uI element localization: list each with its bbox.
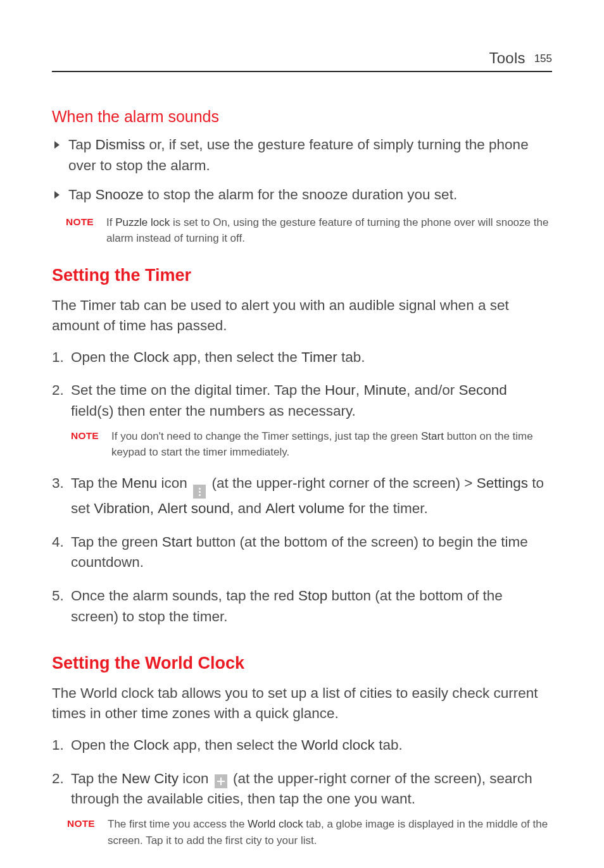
ordered-list-world-clock: Open the Clock app, then select the Worl… <box>52 735 552 848</box>
list-item: Tap the New City icon (at the upper-righ… <box>52 769 552 848</box>
note-text: If Puzzle lock is set to On, using the g… <box>106 214 552 247</box>
paragraph-world-intro: The World clock tab allows you to set up… <box>52 683 552 724</box>
list-item: Open the Clock app, then select the Time… <box>52 347 552 368</box>
heading-setting-timer: Setting the Timer <box>52 266 552 285</box>
note-block: NOTE The first time you access the World… <box>67 816 552 848</box>
subheading-when-alarm-sounds: When the alarm sounds <box>52 108 552 126</box>
paragraph-timer-intro: The Timer tab can be used to alert you w… <box>52 295 552 336</box>
bullet-text: Tap Snooze to stop the alarm for the sno… <box>68 185 457 206</box>
note-text: If you don't need to change the Timer se… <box>111 428 552 461</box>
note-label: NOTE <box>66 214 95 229</box>
list-item: Set the time on the digital timer. Tap t… <box>52 380 552 460</box>
heading-setting-world-clock: Setting the World Clock <box>52 654 552 673</box>
running-header: Tools 155 <box>52 49 552 72</box>
note-block: NOTE If you don't need to change the Tim… <box>71 428 552 461</box>
list-item: Tap the green Start button (at the botto… <box>52 532 552 573</box>
header-page-number: 155 <box>534 53 552 65</box>
document-page: Tools 155 When the alarm sounds Tap Dism… <box>0 0 604 848</box>
plus-icon <box>215 774 227 788</box>
list-item: Once the alarm sounds, tap the red Stop … <box>52 586 552 627</box>
bullet-item: Tap Snooze to stop the alarm for the sno… <box>52 185 552 206</box>
note-label: NOTE <box>67 816 96 831</box>
bullet-text: Tap Dismiss or, if set, use the gesture … <box>68 135 552 176</box>
triangle-bullet-icon <box>54 191 60 199</box>
note-block: NOTE If Puzzle lock is set to On, using … <box>66 214 552 247</box>
triangle-bullet-icon <box>54 141 60 149</box>
list-item: Tap the Menu icon (at the upper-right co… <box>52 473 552 519</box>
note-text: The first time you access the World cloc… <box>108 816 552 848</box>
ordered-list-timer: Open the Clock app, then select the Time… <box>52 347 552 628</box>
bullet-item: Tap Dismiss or, if set, use the gesture … <box>52 135 552 176</box>
list-item: Open the Clock app, then select the Worl… <box>52 735 552 756</box>
note-label: NOTE <box>71 428 100 443</box>
bullet-list-alarm: Tap Dismiss or, if set, use the gesture … <box>52 135 552 206</box>
header-section: Tools <box>489 49 525 67</box>
kebab-menu-icon <box>193 485 206 499</box>
